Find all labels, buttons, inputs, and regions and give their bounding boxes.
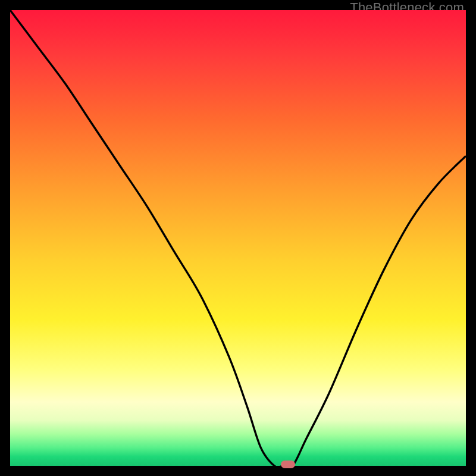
curve-path (10, 10, 466, 468)
optimum-marker (281, 461, 295, 468)
bottleneck-curve (10, 10, 466, 466)
chart-frame: TheBottleneck.com (0, 0, 476, 476)
chart-plot-area (10, 10, 466, 466)
